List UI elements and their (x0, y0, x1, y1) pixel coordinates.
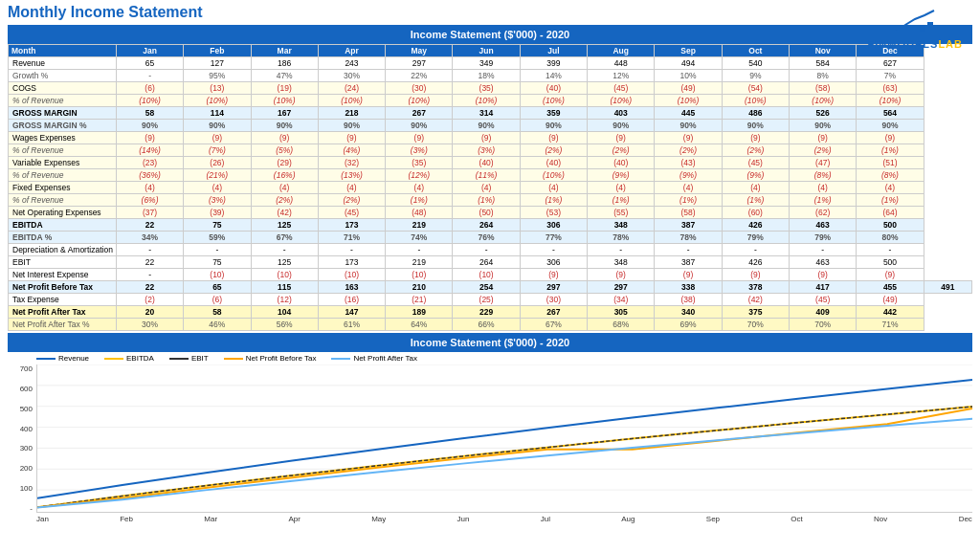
cell-value: 564 (857, 107, 924, 120)
cell-value: 210 (386, 281, 453, 294)
cell-value: (63) (857, 82, 924, 95)
legend-label: Revenue (58, 354, 89, 363)
row-label: EBITDA % (9, 232, 117, 244)
cell-value: (14%) (116, 144, 183, 157)
cell-value: (1%) (857, 194, 924, 207)
cell-value: (9) (655, 132, 722, 144)
cell-value: (10%) (386, 95, 453, 107)
row-label: Fixed Expenses (9, 182, 117, 194)
x-axis-label: May (371, 515, 386, 523)
cell-value: (10) (453, 269, 520, 281)
cell-value: (47) (790, 157, 857, 169)
cell-value: 445 (655, 107, 722, 120)
cell-value: (42) (251, 207, 318, 219)
cell-value: 229 (453, 306, 520, 319)
cell-value: (2%) (655, 144, 722, 157)
chart-header: Income Statement ($'000) - 2020 (8, 333, 972, 352)
cell-value: (2%) (251, 194, 318, 207)
table-row: Net Profit After Tax20581041471892292673… (9, 306, 972, 319)
col-sep: Sep (655, 45, 722, 57)
x-axis-label: Apr (288, 515, 300, 523)
cell-value: 627 (857, 57, 924, 70)
cell-value: 254 (453, 281, 520, 294)
cell-value: 403 (588, 107, 655, 120)
cell-value: (9) (520, 132, 587, 144)
row-label: Tax Expense (9, 294, 117, 306)
cell-value: (2) (116, 294, 183, 306)
cell-value: 95% (184, 70, 251, 82)
cell-value: 90% (790, 120, 857, 132)
cell-value: (9%) (722, 169, 789, 182)
cell-value: 61% (318, 319, 385, 331)
cell-value: (45) (318, 207, 385, 219)
cell-value: 526 (790, 107, 857, 120)
cell-value: 10% (655, 70, 722, 82)
cell-value: (4) (790, 182, 857, 194)
cell-value: 297 (520, 281, 587, 294)
cell-value: (34) (588, 294, 655, 306)
cell-value: 34% (116, 232, 183, 244)
table-row: % of Revenue(14%)(7%)(5%)(4%)(3%)(3%)(2%… (9, 144, 972, 157)
cell-value: 90% (453, 120, 520, 132)
cell-value: (12%) (386, 169, 453, 182)
income-statement-section: Income Statement ($'000) - 2020 Month Ja… (8, 25, 972, 331)
x-axis-label: Jul (541, 515, 550, 523)
cell-value: - (857, 244, 924, 256)
cell-value: 448 (588, 57, 655, 70)
row-label: % of Revenue (9, 144, 117, 157)
cell-value: (49) (857, 294, 924, 306)
cell-value: 71% (318, 232, 385, 244)
cell-value: 90% (251, 120, 318, 132)
cell-value: 409 (790, 306, 857, 319)
cell-value: (12) (251, 294, 318, 306)
cell-value: 349 (453, 57, 520, 70)
cell-value: (6) (184, 294, 251, 306)
cell-value: (10%) (588, 95, 655, 107)
cell-value: 114 (184, 107, 251, 120)
cell-value: (3%) (184, 194, 251, 207)
cell-value: (30) (520, 294, 587, 306)
y-axis-label: - (30, 504, 33, 513)
x-axis-label: Nov (874, 515, 887, 523)
cell-value: (8%) (857, 169, 924, 182)
cell-value: 9% (722, 70, 789, 82)
cell-value: 79% (790, 232, 857, 244)
col-oct: Oct (722, 45, 789, 57)
chart-legend: RevenueEBITDAEBITNet Profit Before TaxNe… (8, 352, 972, 364)
row-label: Net Operating Expenses (9, 207, 117, 219)
cell-value: 584 (790, 57, 857, 70)
cell-value: 90% (857, 120, 924, 132)
cell-value: (35) (453, 82, 520, 95)
cell-value: (4) (251, 182, 318, 194)
cell-value: 463 (790, 256, 857, 269)
cell-value: (4) (453, 182, 520, 194)
cell-value: 69% (655, 319, 722, 331)
cell-value: (1%) (520, 194, 587, 207)
cell-value: (51) (857, 157, 924, 169)
cell-value: (1%) (790, 194, 857, 207)
cell-value: (2%) (790, 144, 857, 157)
cell-value: (9) (857, 269, 924, 281)
cell-value: 22% (386, 70, 453, 82)
cell-value: (13) (184, 82, 251, 95)
table-row: Fixed Expenses(4)(4)(4)(4)(4)(4)(4)(4)(4… (9, 182, 972, 194)
cell-value: 375 (722, 306, 789, 319)
cell-value: 64% (386, 319, 453, 331)
table-row: Depreciation & Amortization------------ (9, 244, 972, 256)
cell-value: 30% (116, 319, 183, 331)
cell-value: (60) (722, 207, 789, 219)
cell-value: - (790, 244, 857, 256)
cell-value: (6%) (116, 194, 183, 207)
cell-value: 540 (722, 57, 789, 70)
cell-value: (58) (790, 82, 857, 95)
table-row: Net Profit Before Tax2265115163210254297… (9, 281, 972, 294)
row-label: Net Profit After Tax (9, 306, 117, 319)
cell-value: 115 (251, 281, 318, 294)
cell-value: (9) (790, 132, 857, 144)
row-label: GROSS MARGIN (9, 107, 117, 120)
cell-value: 12% (588, 70, 655, 82)
cell-value: 147 (318, 306, 385, 319)
table-row: EBITDA %34%59%67%71%74%76%77%78%78%79%79… (9, 232, 972, 244)
cell-value: (9%) (655, 169, 722, 182)
cell-value: (4) (184, 182, 251, 194)
